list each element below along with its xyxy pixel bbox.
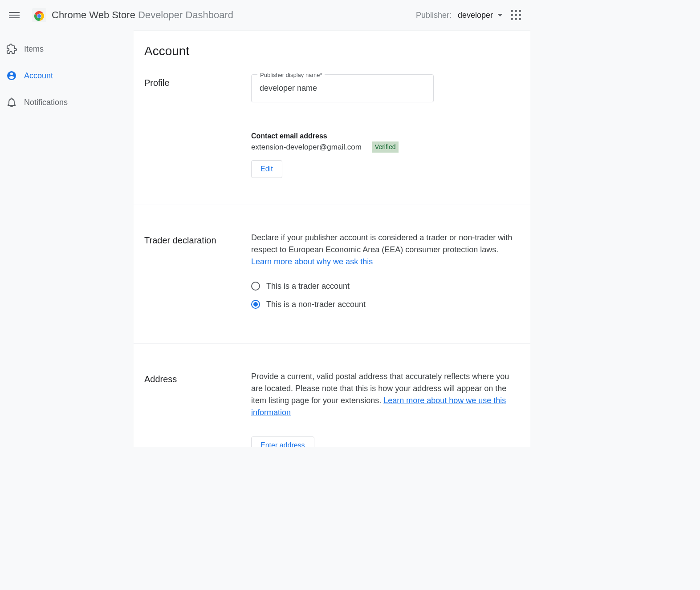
profile-section: Profile Publisher display name* Contact … [134,74,530,205]
section-label-address: Address [144,371,251,447]
publisher-display-name-field: Publisher display name* [251,74,434,102]
contact-email-label: Contact email address [251,131,520,141]
radio-nontrader-account[interactable]: This is a non-trader account [251,299,520,311]
main-content: Account Profile Publisher display name* … [134,30,530,447]
radio-label: This is a non-trader account [266,299,366,311]
app-title: Chrome Web Store Developer Dashboard [52,9,233,21]
account-icon [6,70,17,81]
sidebar: Items Account Notifications [0,30,134,447]
enter-address-button[interactable]: Enter address [251,436,314,447]
sidebar-item-label: Items [24,44,44,54]
sidebar-item-label: Account [24,71,53,81]
sidebar-item-account[interactable]: Account [0,62,134,89]
trader-learn-more-link[interactable]: Learn more about why we ask this [251,257,373,266]
publisher-label: Publisher: [416,11,452,20]
menu-icon[interactable] [9,10,20,20]
radio-icon-selected [251,300,260,309]
dropdown-caret-icon [497,14,503,16]
verified-badge: Verified [372,141,399,153]
address-section: Address Provide a current, valid postal … [134,344,530,447]
radio-label: This is a trader account [266,280,350,292]
radio-trader-account[interactable]: This is a trader account [251,280,520,292]
bell-icon [6,97,17,108]
svg-point-2 [37,14,41,18]
sidebar-item-notifications[interactable]: Notifications [0,89,134,116]
edit-email-button[interactable]: Edit [251,160,282,178]
chrome-web-store-logo [32,8,46,22]
app-header: Chrome Web Store Developer Dashboard Pub… [0,0,530,30]
radio-icon [251,282,260,291]
trader-section: Trader declaration Declare if your publi… [134,205,530,344]
section-label-profile: Profile [144,74,251,178]
sidebar-item-items[interactable]: Items [0,36,134,62]
trader-description: Declare if your publisher account is con… [251,232,520,268]
contact-email-value: extension-developer@gmail.com [251,141,362,153]
section-label-trader: Trader declaration [144,232,251,317]
extension-icon [6,44,17,54]
page-title: Account [134,44,530,74]
publisher-value: developer [458,11,493,20]
publisher-dropdown[interactable]: developer [458,11,503,20]
google-apps-icon[interactable] [511,10,521,20]
display-name-label: Publisher display name* [257,71,325,80]
sidebar-item-label: Notifications [24,98,68,107]
address-description: Provide a current, valid postal address … [251,371,520,419]
